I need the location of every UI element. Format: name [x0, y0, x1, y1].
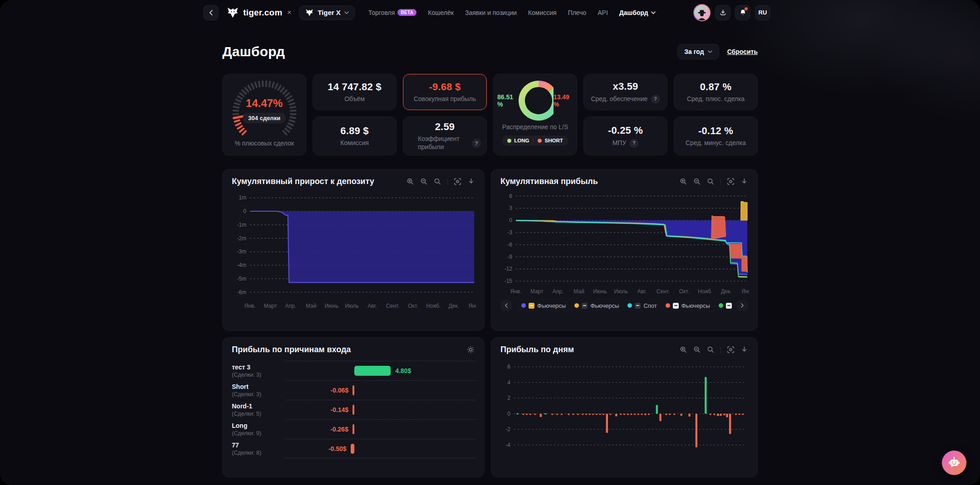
nav-item-6[interactable]: API: [598, 9, 608, 16]
brand-close-icon[interactable]: ✕: [287, 9, 292, 16]
zoom-reset-icon[interactable]: [434, 178, 441, 185]
win-rate-value: 14.47%: [246, 97, 283, 110]
snapshot-icon[interactable]: [727, 346, 735, 354]
gear-icon[interactable]: [466, 345, 475, 354]
help-icon[interactable]: ?: [651, 95, 660, 104]
cumulative-profit-plot[interactable]: 630-3-6-9-12-15Янв.МартАпр.МайИюньИюльАв…: [500, 186, 749, 295]
nav-menu: ТорговляBETAКошелёкЗаявки и позицииКомис…: [368, 9, 656, 16]
avatar[interactable]: [693, 4, 710, 21]
reason-row-1[interactable]: тест 3(Сделки: 3)4.80$: [232, 361, 475, 380]
legend-short[interactable]: SHORT: [538, 138, 563, 143]
zoom-reset-icon[interactable]: [707, 178, 715, 185]
nav-item-2[interactable]: Кошелёк: [428, 9, 454, 16]
ls-distribution-label: Распределение по L/S: [502, 123, 568, 131]
zoom-reset-icon[interactable]: [707, 346, 715, 354]
svg-text:-6: -6: [507, 242, 512, 248]
reason-row-4[interactable]: Long(Сделки: 9)-0.26$: [232, 419, 475, 439]
legend-label: Фьючерсы: [681, 302, 710, 309]
nav-item-3[interactable]: Заявки и позиции: [465, 9, 517, 16]
reason-bar-area: -0.06$: [285, 380, 475, 400]
reason-bar-area: -0.14$: [285, 400, 475, 419]
legend-item-5[interactable]: Спот: [719, 302, 733, 309]
download-report-button[interactable]: [715, 5, 730, 20]
download-icon[interactable]: [740, 178, 748, 185]
volume-value: 14 747.82 $: [328, 81, 381, 93]
legend-item-4[interactable]: Фьючерсы: [666, 302, 710, 309]
support-chat-button[interactable]: [942, 451, 966, 475]
reason-row-3[interactable]: Nord-1(Сделки: 5)-0.14$: [232, 400, 475, 419]
nav-item-1[interactable]: ТорговляBETA: [368, 9, 417, 16]
svg-text:-9: -9: [507, 254, 512, 260]
svg-text:-2: -2: [505, 426, 510, 432]
reason-row-2[interactable]: Short(Сделки: 3)-0.06$: [232, 380, 475, 400]
zoom-in-icon[interactable]: [407, 178, 414, 185]
download-icon[interactable]: [467, 178, 475, 185]
avg-loss-value: -0.12 %: [698, 125, 733, 137]
notification-dot: [745, 7, 748, 10]
brand-name: tiger.com: [243, 8, 282, 18]
reason-label: Short(Сделки: 3): [232, 383, 285, 397]
legend-label: Спот: [643, 302, 657, 309]
back-button[interactable]: [203, 5, 219, 20]
tiger-logo-icon: [305, 8, 314, 17]
trades-count-badge: 304 сделки: [243, 113, 286, 123]
avatar-image: [694, 5, 710, 20]
zoom-out-icon[interactable]: [693, 346, 701, 354]
help-icon[interactable]: ?: [629, 139, 638, 148]
zoom-out-icon[interactable]: [693, 178, 701, 185]
legend-item-3[interactable]: Спот: [627, 302, 657, 309]
robot-icon: [947, 456, 961, 470]
brand[interactable]: tiger.com ✕: [226, 6, 292, 19]
zoom-in-icon[interactable]: [680, 178, 687, 185]
svg-text:-15: -15: [505, 278, 513, 284]
reason-name: тест 3: [232, 363, 285, 371]
reason-label: Nord-1(Сделки: 5): [232, 402, 285, 417]
avg-collateral-value: x3.59: [612, 81, 638, 92]
profit-by-day-plot[interactable]: 6420-2-4: [500, 354, 749, 451]
legend-item-2[interactable]: Фьючерсы: [574, 302, 619, 309]
nav-item-4[interactable]: Комиссия: [528, 9, 557, 16]
long-percent: 86.51 %: [497, 93, 517, 108]
beta-badge: BETA: [397, 9, 416, 16]
legend-long[interactable]: LONG: [507, 138, 529, 143]
volume-card: 14 747.82 $ Объём: [313, 74, 397, 110]
exchange-icon: [529, 303, 534, 309]
download-tray-icon: [720, 9, 726, 16]
cumulative-deposit-growth-plot[interactable]: 1m0-1m-2m-3m-4m-5m-6mЯнв.МартАпр.МайИюнь…: [232, 186, 476, 310]
snapshot-icon[interactable]: [727, 178, 735, 185]
chart-legend-row: ФьючерсыФьючерсыСпотФьючерсыСпотФьючерсы: [500, 298, 748, 313]
chart-title: Кумулятивная прибыль: [500, 177, 598, 186]
reason-bar: [353, 405, 354, 415]
notifications-button[interactable]: [735, 5, 750, 20]
svg-text:Авг.: Авг.: [637, 288, 647, 295]
exchange-icon: [635, 303, 641, 309]
reason-value: -0.06$: [330, 387, 348, 394]
reason-bar: [354, 366, 391, 376]
legend-next-button[interactable]: [736, 300, 748, 311]
series-dot-icon: [521, 303, 526, 308]
nav-item-7[interactable]: Дашборд: [619, 9, 656, 16]
period-selector[interactable]: За год: [677, 44, 719, 59]
reason-label: тест 3(Сделки: 3): [232, 363, 285, 378]
reason-bar-area: 4.80$: [285, 361, 475, 380]
zoom-out-icon[interactable]: [420, 178, 428, 185]
reason-name: Long: [232, 422, 285, 430]
reason-label: Long(Сделки: 9): [232, 422, 285, 436]
toolbar-divider: [720, 347, 721, 353]
avg-win-label: Сред. плюс. сделка: [687, 95, 745, 103]
chart-title: Прибыль по дням: [500, 345, 574, 354]
series-dot-icon: [574, 303, 579, 308]
snapshot-icon[interactable]: [454, 178, 461, 185]
reason-row-5[interactable]: 77(Сделки: 8)-0.50$: [232, 439, 475, 458]
cumulative-deposit-growth-card: Кумулятивный прирост к депозиту 1m0-1m-2…: [222, 169, 485, 331]
workspace-selector[interactable]: Tiger X: [299, 5, 355, 20]
download-icon[interactable]: [740, 346, 748, 354]
help-icon[interactable]: ?: [472, 139, 481, 148]
nav-item-5[interactable]: Плечо: [568, 9, 587, 16]
reset-button[interactable]: Сбросить: [727, 48, 758, 55]
legend-prev-button[interactable]: [500, 300, 512, 311]
language-button[interactable]: RU: [755, 5, 770, 20]
profit-factor-label: Коэффициент прибыли: [412, 135, 479, 151]
zoom-in-icon[interactable]: [680, 346, 687, 354]
legend-item-1[interactable]: Фьючерсы: [521, 302, 566, 309]
